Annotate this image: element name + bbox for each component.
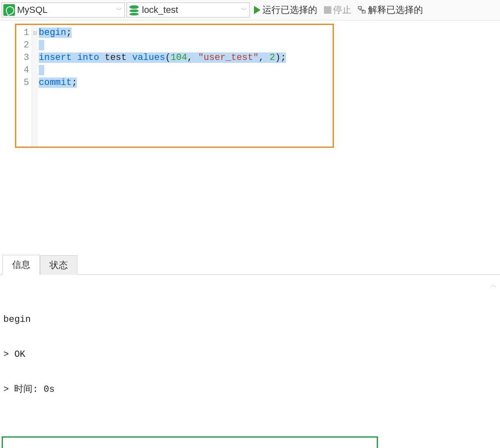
svg-rect-1 [362, 11, 365, 13]
chevron-down-icon: ﹀ [239, 6, 249, 14]
database-icon [128, 4, 140, 16]
play-icon [254, 6, 261, 14]
fold-marker [32, 39, 38, 52]
output-line: > OK [3, 349, 497, 361]
line-number: 3 [16, 52, 32, 64]
explain-label: 解释已选择的 [368, 4, 423, 16]
output-panel: ︿ begin > OK > 时间: 0s insert into test v… [0, 275, 500, 448]
code-line[interactable] [39, 39, 332, 52]
explain-selected-button[interactable]: 解释已选择的 [356, 4, 425, 16]
code-area[interactable]: begin; insert into test values(104, "use… [38, 25, 333, 147]
tab-status-label: 状态 [50, 260, 68, 270]
output-line: begin [3, 314, 497, 326]
run-selected-button[interactable]: 运行已选择的 [251, 4, 320, 16]
code-line[interactable]: commit; [39, 77, 332, 89]
code-line[interactable]: begin; [39, 27, 332, 39]
svg-rect-0 [358, 7, 361, 9]
output-highlight: insert into test values(104, "user_test"… [2, 436, 378, 448]
line-number: 2 [16, 39, 32, 52]
connection-dropdown[interactable]: MySQL ﹀ [2, 2, 125, 17]
line-number: 1 [16, 27, 32, 39]
stop-icon [324, 6, 331, 14]
mysql-icon [3, 4, 15, 16]
run-label: 运行已选择的 [262, 4, 317, 16]
fold-marker: ⊟ [32, 27, 38, 39]
stop-label: 停止 [333, 4, 351, 16]
line-number: 5 [16, 77, 32, 89]
stop-button: 停止 [321, 4, 354, 16]
explain-plan-icon [357, 5, 366, 15]
tab-status[interactable]: 状态 [40, 255, 77, 275]
line-number: 4 [16, 64, 32, 77]
scroll-up-icon[interactable]: ︿ [490, 280, 497, 291]
fold-marker [32, 52, 38, 64]
chevron-down-icon: ﹀ [114, 6, 124, 14]
fold-gutter: ⊟ [32, 25, 38, 147]
toolbar: MySQL ﹀ lock_test ﹀ 运行已选择的 停止 解释已选择的 [0, 0, 500, 20]
code-line[interactable] [39, 64, 332, 77]
output-line: > 时间: 0s [3, 384, 497, 396]
fold-marker [32, 64, 38, 77]
result-tabs: 信息 状态 [0, 254, 500, 275]
code-line[interactable]: insert into test values(104, "user_test"… [39, 52, 332, 64]
sql-editor[interactable]: 12345 ⊟ begin; insert into test values(1… [15, 24, 334, 148]
database-label: lock_test [142, 5, 239, 15]
line-number-gutter: 12345 [16, 25, 32, 147]
tab-info-label: 信息 [12, 259, 30, 270]
tab-info[interactable]: 信息 [2, 255, 40, 275]
database-dropdown[interactable]: lock_test ﹀ [127, 2, 250, 17]
fold-marker [32, 77, 38, 89]
connection-label: MySQL [17, 5, 114, 15]
